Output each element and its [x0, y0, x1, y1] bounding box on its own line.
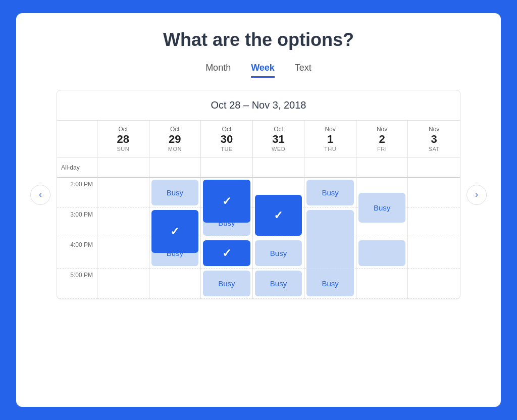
- cell-sat-4pm[interactable]: [408, 238, 460, 269]
- tab-week[interactable]: Week: [251, 63, 275, 78]
- cell-sun-2pm[interactable]: [97, 178, 149, 208]
- cell-sat-5pm[interactable]: [408, 269, 460, 299]
- event-tue-5pm-busy[interactable]: Busy: [203, 271, 250, 296]
- cell-thu-4pm[interactable]: [304, 238, 356, 269]
- cell-fri-5pm[interactable]: [356, 269, 408, 299]
- cell-fri-3pm[interactable]: [356, 208, 408, 238]
- day-header-fri: Nov 2 FRI: [356, 121, 408, 158]
- event-mon-3pm-selected[interactable]: ✓: [151, 210, 199, 253]
- time-label-5pm: 5:00 PM: [57, 269, 97, 299]
- cell-wed-5pm[interactable]: Busy: [253, 269, 305, 299]
- prev-button[interactable]: ‹: [30, 185, 50, 205]
- allday-sat: [408, 158, 460, 178]
- cell-fri-2pm[interactable]: Busy: [356, 178, 408, 208]
- time-label-3pm: 3:00 PM: [57, 208, 97, 238]
- cell-thu-3pm[interactable]: [304, 208, 356, 238]
- day-header-mon: Oct 29 MON: [149, 121, 201, 158]
- cell-tue-5pm[interactable]: Busy: [201, 269, 253, 299]
- calendar-header: Oct 28 – Nov 3, 2018: [57, 90, 460, 121]
- calendar: Oct 28 – Nov 3, 2018 Oct 28 SUN Oct 29 M…: [57, 90, 460, 299]
- event-mon-2pm-busy[interactable]: Busy: [151, 180, 199, 205]
- tabs-container: Month Week Text: [28, 63, 489, 78]
- checkmark-icon: ✓: [222, 247, 231, 260]
- event-wed-3pm-selected[interactable]: ✓: [255, 195, 302, 236]
- event-wed-4pm-busy[interactable]: Busy: [255, 240, 302, 266]
- allday-mon: [149, 158, 201, 178]
- day-header-sun: Oct 28 SUN: [97, 121, 149, 158]
- cell-wed-4pm[interactable]: Busy: [253, 238, 305, 269]
- cell-wed-3pm[interactable]: ✓: [253, 208, 305, 238]
- cell-mon-2pm[interactable]: Busy: [149, 178, 201, 208]
- day-header-thu: Nov 1 THU: [304, 121, 356, 158]
- chevron-left-icon: ‹: [39, 189, 42, 200]
- allday-label: All-day: [57, 158, 97, 178]
- cell-sat-2pm[interactable]: [408, 178, 460, 208]
- event-fri-4pm-busy[interactable]: [358, 240, 406, 266]
- time-label-2pm: 2:00 PM: [57, 178, 97, 208]
- event-thu-2pm-busy[interactable]: Busy: [306, 180, 354, 205]
- event-tue-4pm-selected[interactable]: ✓: [203, 240, 250, 266]
- cell-fri-4pm[interactable]: [356, 238, 408, 269]
- event-tue-2pm-selected[interactable]: ✓: [203, 180, 250, 223]
- cell-sun-3pm[interactable]: [97, 208, 149, 238]
- allday-tue: [201, 158, 253, 178]
- allday-wed: [253, 158, 305, 178]
- cell-tue-4pm[interactable]: ✓: [201, 238, 253, 269]
- event-wed-5pm-busy[interactable]: Busy: [255, 271, 302, 296]
- cell-mon-5pm[interactable]: [149, 269, 201, 299]
- cell-sun-5pm[interactable]: [97, 269, 149, 299]
- next-button[interactable]: ›: [467, 185, 487, 205]
- event-thu-5pm-busy[interactable]: Busy: [306, 271, 354, 296]
- main-card: What are the options? Month Week Text ‹ …: [16, 13, 501, 407]
- corner-cell: [57, 121, 97, 158]
- chevron-right-icon: ›: [475, 189, 478, 200]
- cell-sun-4pm[interactable]: [97, 238, 149, 269]
- tab-text[interactable]: Text: [295, 63, 312, 78]
- calendar-grid: Oct 28 SUN Oct 29 MON Oct 30 TUE Oct 31: [57, 121, 460, 299]
- page-title: What are the options?: [28, 29, 489, 50]
- day-header-wed: Oct 31 WED: [253, 121, 305, 158]
- time-label-4pm: 4:00 PM: [57, 238, 97, 269]
- cell-thu-2pm[interactable]: Busy: [304, 178, 356, 208]
- allday-fri: [356, 158, 408, 178]
- day-header-tue: Oct 30 TUE: [201, 121, 253, 158]
- checkmark-icon: ✓: [222, 195, 231, 208]
- cell-thu-5pm[interactable]: Busy: [304, 269, 356, 299]
- calendar-container: ‹ › Oct 28 – Nov 3, 2018 Oct 28 SUN Oct …: [57, 90, 460, 299]
- allday-thu: [304, 158, 356, 178]
- checkmark-icon: ✓: [274, 209, 283, 222]
- day-header-sat: Nov 3 SAT: [408, 121, 460, 158]
- allday-sun: [97, 158, 149, 178]
- checkmark-icon: ✓: [170, 225, 179, 238]
- cell-tue-2pm[interactable]: ✓: [201, 178, 253, 208]
- tab-month[interactable]: Month: [205, 63, 231, 78]
- cell-sat-3pm[interactable]: [408, 208, 460, 238]
- cell-mon-3pm[interactable]: ✓: [149, 208, 201, 238]
